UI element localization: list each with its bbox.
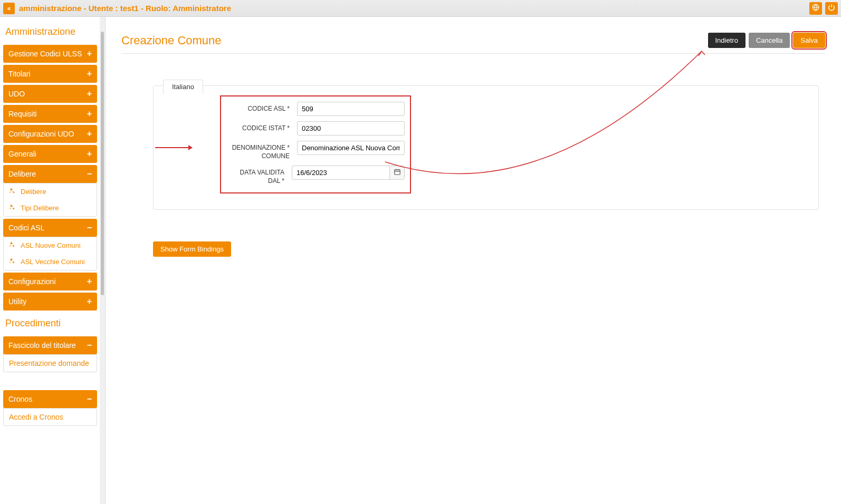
- sidebar-child-tipi-delibere[interactable]: Tipi Delibere: [4, 200, 97, 216]
- sidebar-child-label: ASL Vecchie Comuni: [21, 258, 85, 266]
- sidebar-children-delibere: Delibere Tipi Delibere: [3, 183, 97, 217]
- minus-icon: −: [87, 394, 92, 404]
- sidebar-child-label: Accedi a Cronos: [9, 413, 63, 421]
- back-button[interactable]: Indietro: [708, 33, 746, 48]
- globe-icon: [812, 4, 819, 13]
- minus-icon: −: [87, 341, 92, 350]
- codice-istat-input[interactable]: [297, 121, 405, 135]
- save-button[interactable]: Salva: [793, 33, 825, 48]
- sidebar-item-label: Delibere: [8, 170, 36, 178]
- breadcrumb: amministrazione - Utente : test1 - Ruolo…: [19, 4, 809, 13]
- svg-point-2: [11, 205, 13, 207]
- svg-point-3: [11, 243, 13, 245]
- sidebar-section-amministrazione: Amministrazione: [3, 21, 97, 45]
- sidebar-child-label: Tipi Delibere: [21, 204, 59, 212]
- sidebar-children-cronos: Accedi a Cronos: [3, 408, 97, 426]
- svg-point-4: [11, 259, 13, 261]
- data-validita-input[interactable]: [292, 166, 389, 179]
- sidebar-child-asl-nuove-comuni[interactable]: ASL Nuove Comuni: [4, 237, 97, 254]
- sidebar-item-label: Generali: [8, 150, 36, 158]
- cancel-button[interactable]: Cancella: [749, 33, 790, 48]
- sidebar-item-label: Cronos: [8, 395, 32, 403]
- sidebar-child-label: Delibere: [21, 188, 46, 196]
- sidebar-section-procedimenti: Procedimenti: [3, 313, 97, 336]
- tab-italiano[interactable]: Italiano: [163, 80, 203, 94]
- form-highlighted-region: CODICE ASL * CODICE ISTAT * DENOMINAZION…: [220, 95, 411, 193]
- sidebar-item-configurazioni[interactable]: Configurazioni +: [3, 273, 97, 290]
- sidebar-item-label: Codici ASL: [8, 224, 44, 232]
- main-content: Creazione Comune Indietro Cancella Salva…: [106, 17, 841, 504]
- sidebar-item-configurazioni-udo[interactable]: Configurazioni UDO +: [3, 125, 97, 143]
- sidebar-item-label: Utility: [8, 297, 26, 306]
- sidebar-child-accedi-cronos[interactable]: Accedi a Cronos: [4, 409, 97, 425]
- minus-icon: −: [87, 169, 92, 179]
- sidebar-child-delibere[interactable]: Delibere: [4, 183, 97, 200]
- minus-icon: −: [87, 223, 92, 232]
- page-title: Creazione Comune: [121, 34, 222, 47]
- user-edit-icon: [9, 241, 16, 249]
- sidebar-child-label: Presentazione domande: [9, 359, 89, 367]
- plus-icon: +: [87, 277, 92, 286]
- power-button[interactable]: [825, 2, 838, 15]
- codice-asl-input[interactable]: [297, 102, 405, 116]
- sidebar-item-titolari[interactable]: Titolari +: [3, 65, 97, 83]
- sidebar-child-label: ASL Nuove Comuni: [21, 241, 81, 249]
- calendar-picker-button[interactable]: [389, 166, 404, 179]
- sidebar-children-codici-asl: ASL Nuove Comuni ASL Vecchie Comuni: [3, 237, 97, 270]
- show-form-bindings-button[interactable]: Show Form Bindings: [153, 241, 231, 257]
- sidebar-item-cronos[interactable]: Cronos −: [3, 390, 97, 408]
- power-icon: [828, 4, 835, 13]
- calendar-icon: [394, 168, 401, 177]
- sidebar-item-label: UDO: [8, 90, 25, 98]
- sidebar-item-requisiti[interactable]: Requisiti +: [3, 105, 97, 123]
- sidebar-collapse-button[interactable]: «: [3, 3, 15, 14]
- sidebar-item-codici-asl[interactable]: Codici ASL −: [3, 219, 97, 237]
- divider: [121, 53, 825, 54]
- plus-icon: +: [87, 129, 92, 139]
- denominazione-input[interactable]: [297, 141, 405, 155]
- sidebar-item-fascicolo[interactable]: Fascicolo del titolare −: [3, 336, 97, 354]
- user-edit-icon: [9, 204, 16, 212]
- sidebar-item-gestione-codici-ulss[interactable]: Gestione Codici ULSS +: [3, 45, 97, 63]
- sidebar-item-utility[interactable]: Utility +: [3, 293, 97, 311]
- sidebar-item-label: Fascicolo del titolare: [8, 341, 76, 350]
- sidebar-item-label: Requisiti: [8, 110, 37, 118]
- sidebar-item-label: Configurazioni: [8, 277, 56, 286]
- user-edit-icon: [9, 258, 16, 266]
- plus-icon: +: [87, 149, 92, 159]
- codice-asl-label: CODICE ASL *: [226, 102, 290, 113]
- data-validita-label: DATA VALIDITA DAL *: [226, 166, 284, 185]
- sidebar-child-presentazione-domande[interactable]: Presentazione domande: [4, 355, 97, 372]
- sidebar-item-generali[interactable]: Generali +: [3, 145, 97, 163]
- scrollbar-thumb[interactable]: [101, 32, 104, 295]
- sidebar-item-label: Configurazioni UDO: [8, 130, 74, 138]
- sidebar-child-asl-vecchie-comuni[interactable]: ASL Vecchie Comuni: [4, 254, 97, 270]
- svg-point-1: [11, 189, 13, 191]
- sidebar-item-udo[interactable]: UDO +: [3, 85, 97, 103]
- user-edit-icon: [9, 188, 16, 196]
- plus-icon: +: [87, 69, 92, 79]
- chevron-left-icon: «: [7, 5, 11, 12]
- globe-button[interactable]: [809, 2, 822, 15]
- codice-istat-label: CODICE ISTAT *: [226, 121, 290, 133]
- plus-icon: +: [87, 109, 92, 119]
- sidebar: Amministrazione Gestione Codici ULSS + T…: [0, 17, 106, 504]
- plus-icon: +: [87, 89, 92, 99]
- form-card: Italiano CODICE ASL * CODICE ISTAT * DEN…: [153, 85, 819, 210]
- plus-icon: +: [87, 297, 92, 306]
- sidebar-item-label: Gestione Codici ULSS: [8, 50, 82, 58]
- denominazione-label: DENOMINAZIONE * COMUNE: [226, 141, 290, 160]
- sidebar-children-fascicolo: Presentazione domande: [3, 354, 97, 372]
- topbar: « amministrazione - Utente : test1 - Ruo…: [0, 0, 841, 17]
- svg-rect-5: [394, 170, 400, 175]
- plus-icon: +: [87, 49, 92, 59]
- sidebar-item-label: Titolari: [8, 70, 31, 78]
- sidebar-item-delibere[interactable]: Delibere −: [3, 165, 97, 183]
- sidebar-scrollbar[interactable]: [100, 17, 105, 504]
